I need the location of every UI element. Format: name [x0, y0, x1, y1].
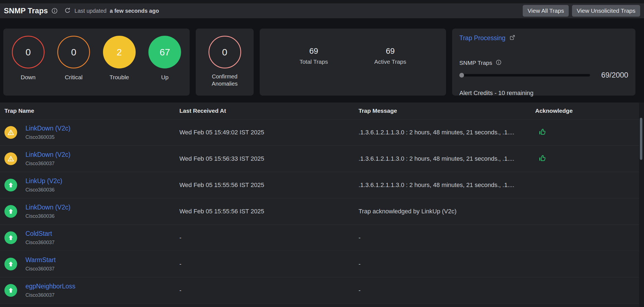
column-header-last-received-at: Last Received At: [179, 108, 359, 114]
acknowledge-thumbs-up-icon[interactable]: [539, 128, 547, 136]
trouble-label: Trouble: [99, 74, 140, 81]
up-label: Up: [144, 74, 186, 81]
confirmed-anomalies-circle[interactable]: 0: [208, 36, 241, 68]
acknowledge-thumbs-up-icon[interactable]: [539, 154, 547, 162]
trap-message: -: [359, 234, 535, 241]
last-updated-text: Last updated a few seconds ago: [74, 8, 159, 14]
vertical-scrollbar[interactable]: [639, 103, 644, 307]
up-severity-icon: [4, 231, 17, 244]
status-item-down: 0 Down: [7, 36, 49, 96]
column-header-trap-message: Trap Message: [359, 108, 535, 114]
last-received-at: -: [179, 287, 359, 294]
active-traps-value: 69: [374, 47, 406, 56]
trap-message: Trap acknowledged by LinkUp (V2c): [359, 208, 535, 215]
trap-name-link[interactable]: LinkDown (V2c): [25, 204, 70, 211]
table-row: LinkDown (V2c) Cisco360035 Wed Feb 05 15…: [0, 119, 639, 145]
last-received-at: -: [179, 234, 359, 241]
total-traps-stat: 69 Total Traps: [300, 47, 328, 65]
trap-processing-link[interactable]: Trap Processing: [459, 34, 506, 42]
table-row: LinkDown (V2c) Cisco360036 Wed Feb 05 15…: [0, 198, 639, 224]
trap-name-link[interactable]: LinkDown (V2c): [25, 151, 70, 158]
up-severity-icon: [4, 258, 17, 270]
last-received-at: Wed Feb 05 15:55:56 IST 2025: [179, 208, 359, 215]
last-updated-prefix: Last updated: [74, 8, 107, 14]
device-name: Cisco360036: [25, 187, 62, 193]
external-link-icon: [509, 34, 516, 42]
snmp-traps-usage-bar: [459, 74, 590, 76]
confirmed-anomalies-label: Confirmed Anomalies: [196, 73, 254, 87]
device-name: Cisco360037: [25, 161, 70, 167]
confirmed-anomalies-card: 0 Confirmed Anomalies: [196, 29, 254, 96]
critical-label: Critical: [53, 74, 94, 81]
down-label: Down: [7, 74, 49, 81]
window-top-strip: [0, 0, 644, 3]
table-row: LinkUp (V2c) Cisco360036 Wed Feb 05 15:5…: [0, 172, 639, 198]
status-summary-card: 0 Down 0 Critical 2 Trouble 67 Up: [3, 29, 190, 96]
trouble-count-circle[interactable]: 2: [103, 36, 136, 68]
device-name: Cisco360037: [25, 240, 55, 245]
info-icon[interactable]: [496, 59, 502, 66]
device-name: Cisco360035: [25, 134, 70, 140]
last-received-at: Wed Feb 05 15:55:56 IST 2025: [179, 181, 359, 189]
snmp-traps-meter-label: SNMP Traps: [459, 60, 492, 66]
alert-credits-text: Alert Credits - 10 remaining: [459, 89, 628, 97]
column-header-acknowledge: Acknowledge: [535, 108, 639, 114]
last-received-at: Wed Feb 05 15:56:33 IST 2025: [179, 155, 359, 162]
last-received-at: -: [179, 260, 359, 268]
total-traps-value: 69: [300, 47, 328, 56]
scrollbar-thumb[interactable]: [640, 118, 642, 160]
header-actions: View All Traps View Unsolicited Traps: [523, 5, 640, 17]
trap-name-link[interactable]: LinkUp (V2c): [25, 177, 62, 185]
trap-message: -: [359, 260, 535, 268]
warning-severity-icon: [4, 126, 17, 139]
status-item-critical: 0 Critical: [53, 36, 94, 96]
status-item-up: 67 Up: [144, 36, 186, 96]
up-severity-icon: [4, 179, 17, 191]
table-row: LinkDown (V2c) Cisco360037 Wed Feb 05 15…: [0, 145, 639, 172]
trap-name-link[interactable]: WarmStart: [25, 256, 56, 264]
trap-name-link[interactable]: ColdStart: [25, 230, 55, 237]
trap-name-link[interactable]: LinkDown (V2c): [25, 125, 70, 132]
up-severity-icon: [4, 284, 17, 297]
table-row: egpNeighborLoss Cisco360037 - -: [0, 277, 639, 303]
total-traps-label: Total Traps: [300, 58, 328, 65]
summary-cards: 0 Down 0 Critical 2 Trouble 67 Up 0 Conf…: [3, 29, 635, 96]
trap-message: -: [359, 287, 535, 294]
page-title: SNMP Traps: [4, 7, 48, 15]
device-name: Cisco360037: [25, 266, 56, 272]
info-icon[interactable]: [51, 7, 58, 14]
view-unsolicited-traps-button[interactable]: View Unsolicited Traps: [572, 5, 640, 17]
device-name: Cisco360037: [25, 292, 75, 298]
usage-bar-progress: [459, 73, 464, 78]
table-bottom-edge: [0, 303, 639, 307]
last-received-at: Wed Feb 05 15:49:02 IST 2025: [179, 129, 359, 136]
page-header: SNMP Traps Last updated a few seconds ag…: [0, 3, 644, 18]
down-count-circle[interactable]: 0: [12, 36, 45, 68]
last-updated-value: a few seconds ago: [110, 8, 159, 14]
traps-table: Trap Name Last Received At Trap Message …: [0, 103, 639, 307]
trap-processing-card: Trap Processing SNMP Traps: [452, 29, 635, 96]
table-row: WarmStart Cisco360037 - -: [0, 251, 639, 277]
device-name: Cisco360036: [25, 213, 70, 219]
view-all-traps-button[interactable]: View All Traps: [523, 5, 569, 17]
table-row: ColdStart Cisco360037 - -: [0, 224, 639, 251]
snmp-traps-usage-value: 69/2000: [601, 71, 628, 80]
traps-count-card: 69 Total Traps 69 Active Traps: [260, 29, 446, 96]
up-severity-icon: [4, 205, 17, 218]
trap-message: .1.3.6.1.2.1.1.3.0 : 2 hours, 48 minutes…: [359, 181, 535, 189]
trap-message: .1.3.6.1.2.1.1.3.0 : 2 hours, 48 minutes…: [359, 129, 535, 136]
trap-message: .1.3.6.1.2.1.1.3.0 : 2 hours, 48 minutes…: [359, 155, 535, 162]
status-item-trouble: 2 Trouble: [99, 36, 140, 96]
column-header-trap-name: Trap Name: [4, 108, 179, 114]
critical-count-circle[interactable]: 0: [57, 36, 90, 68]
refresh-icon[interactable]: [64, 7, 71, 14]
trap-name-link[interactable]: egpNeighborLoss: [25, 283, 75, 290]
active-traps-stat: 69 Active Traps: [374, 47, 406, 65]
table-header-row: Trap Name Last Received At Trap Message …: [0, 103, 639, 119]
up-count-circle[interactable]: 67: [148, 36, 181, 68]
active-traps-label: Active Traps: [374, 58, 406, 65]
warning-severity-icon: [4, 152, 17, 165]
